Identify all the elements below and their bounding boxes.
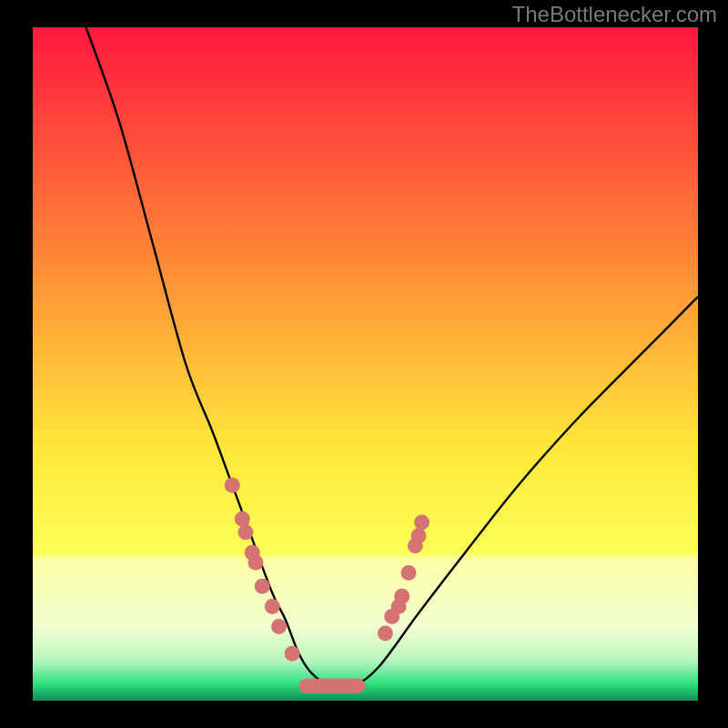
marker-dot (265, 599, 280, 614)
marker-dot (285, 646, 300, 662)
bottleneck-chart (0, 0, 728, 728)
marker-dot (238, 525, 253, 541)
marker-dot (248, 555, 263, 571)
marker-dot (401, 565, 417, 581)
gradient-background (33, 27, 698, 701)
marker-dot (414, 514, 430, 530)
marker-dot (235, 511, 250, 527)
marker-dot (225, 478, 240, 493)
attribution-text: TheBottlenecker.com (512, 2, 717, 27)
chart-container: TheBottlenecker.com (0, 0, 728, 728)
marker-dot (271, 619, 287, 634)
marker-dot (378, 626, 393, 642)
marker-dot (394, 589, 410, 604)
marker-dot (411, 528, 427, 543)
bottom-marker-bar (298, 679, 365, 693)
marker-dot (255, 579, 270, 594)
